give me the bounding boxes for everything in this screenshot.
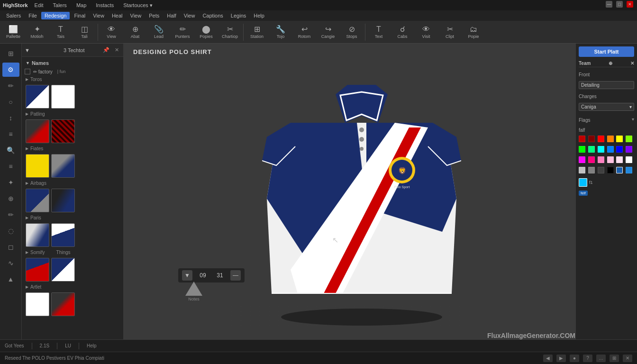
tb-view[interactable]: 👁 View [100, 22, 123, 43]
swatch-lime[interactable] [626, 136, 632, 142]
li-curve[interactable]: ∿ [2, 256, 19, 270]
menu-legins[interactable]: Legins [228, 12, 249, 19]
factory-vis[interactable] [25, 69, 30, 74]
thumb-polo-red2[interactable] [51, 292, 75, 316]
li-settings[interactable]: ⚙ [2, 63, 19, 77]
section-artlet[interactable]: ▶ Artlet [22, 283, 123, 291]
nav-btn-help[interactable]: ? [583, 355, 592, 362]
section-paris[interactable]: ▶ Paris [22, 214, 123, 221]
swatch-blue[interactable] [616, 146, 623, 153]
li-grid[interactable]: ⊞ [2, 46, 19, 61]
li-draw[interactable]: ✏ [2, 79, 19, 93]
rp-team-add[interactable]: ⊕ [609, 61, 612, 66]
li-add[interactable]: ⊕ [2, 191, 19, 206]
tb-menu-map[interactable]: Map [74, 1, 88, 9]
swatch-orange[interactable] [607, 136, 614, 142]
tb-menu-edit[interactable]: Edit [33, 1, 46, 9]
tb-text[interactable]: T Text [367, 22, 390, 43]
li-rect[interactable]: ◻ [2, 240, 19, 254]
tb-tali[interactable]: ◫ Tali [73, 22, 96, 43]
section-airbags[interactable]: ▶ Airbags [22, 180, 123, 187]
menu-file[interactable]: File [25, 12, 40, 19]
swatch-lightpink[interactable] [607, 156, 614, 163]
sb-help[interactable]: Help [87, 343, 97, 348]
tb-lead[interactable]: 📎 Lead [147, 22, 170, 43]
thumb-polo-white2[interactable] [26, 292, 49, 316]
menu-redesign[interactable]: Redesign [41, 12, 70, 19]
thumb-polo-sash2[interactable] [26, 258, 49, 282]
swatch-maroon[interactable] [588, 136, 595, 142]
thumb-polo-sash[interactable] [51, 223, 75, 247]
tb-pallette[interactable]: ⬜ Pallette [2, 22, 25, 43]
maximize-btn[interactable]: □ [616, 1, 623, 8]
swatch-skyblue[interactable] [607, 146, 614, 153]
nav-btn-close[interactable]: ✕ [623, 355, 632, 362]
rp-team-close[interactable]: ✕ [630, 61, 634, 66]
swatch-pink[interactable] [598, 156, 604, 163]
tb-stops[interactable]: ⊘ Stops [340, 22, 363, 43]
li-pen[interactable]: ✏ [2, 208, 19, 222]
menu-salers[interactable]: Salers [3, 12, 24, 19]
rp-flags-arrow[interactable]: ▾ [632, 117, 634, 122]
section-fiates[interactable]: ▶ Fiates [22, 145, 123, 152]
swatch-magenta[interactable] [579, 156, 585, 163]
nav-btn-grid[interactable]: ⊞ [610, 355, 619, 362]
thumb-polo-white[interactable] [51, 85, 75, 109]
swatch-darkred[interactable] [579, 136, 585, 142]
tb-chartiop[interactable]: ✂ Chartiop [218, 22, 241, 43]
thumb-polo-navy2[interactable] [51, 258, 75, 282]
li-layers[interactable]: ≡ [2, 127, 19, 141]
swatch-black[interactable] [607, 167, 614, 173]
swatch-purple[interactable] [626, 146, 632, 153]
ctrl-minus[interactable]: — [230, 270, 241, 281]
nav-btn-record[interactable]: ● [570, 355, 579, 362]
close-btn[interactable]: ✕ [627, 1, 633, 8]
section-toros[interactable]: ▶ Toros [22, 76, 123, 83]
menu-view1[interactable]: View [90, 12, 108, 19]
nav-btn-next[interactable]: ▶ [556, 355, 566, 362]
thumb-polo-yellow[interactable] [26, 154, 49, 178]
swatch-silver[interactable] [579, 167, 585, 173]
thumb-polo-navy[interactable] [26, 85, 49, 109]
layers-close-btn[interactable]: ✕ [113, 46, 120, 54]
tb-station[interactable]: ⊞ Station [246, 22, 268, 43]
tb-cangie[interactable]: ↪ Cangie [317, 22, 339, 43]
li-circle[interactable]: ○ [2, 95, 19, 109]
tb-clipt[interactable]: ✂ Clipt [438, 22, 461, 43]
tb-popies[interactable]: ⬤ Popies [195, 22, 218, 43]
rp-charges-dropdown[interactable]: Caniga ▾ [579, 103, 634, 111]
swatch-cyan[interactable] [598, 146, 604, 153]
li-menu[interactable]: ≡ [2, 159, 19, 173]
li-select[interactable]: ◌ [2, 224, 19, 238]
tb-tojo[interactable]: 🔧 Tojo [269, 22, 292, 43]
tb-rotom[interactable]: ↩ Rotom [293, 22, 316, 43]
menu-final[interactable]: Final [71, 12, 89, 19]
menu-view3[interactable]: View [181, 12, 199, 19]
flag-chip-1[interactable]: felf [579, 191, 588, 196]
li-resize[interactable]: ↕ [2, 111, 19, 125]
tb-punters[interactable]: ✏ Punters [171, 22, 194, 43]
li-effects[interactable]: ✦ [2, 175, 19, 190]
swatch-red[interactable] [598, 136, 604, 142]
section-names[interactable]: ▼ Names [22, 59, 123, 67]
tb-visit[interactable]: 👁 Visit [415, 22, 437, 43]
swatch-cornblue[interactable] [626, 167, 632, 173]
thumb-polo-stripe[interactable] [51, 154, 75, 178]
tb-menu-instacts[interactable]: Instacts [94, 1, 116, 9]
swatch-green[interactable] [579, 146, 585, 153]
tb-motioh[interactable]: ✦ Motioh [26, 22, 48, 43]
swatch-darkgray[interactable] [598, 167, 604, 173]
tb-cabs[interactable]: ☌ Cabs [391, 22, 414, 43]
thumb-polo-red[interactable] [26, 119, 49, 143]
swatch-mint[interactable] [588, 146, 595, 153]
layers-pin-btn[interactable]: 📌 [102, 46, 110, 54]
li-zoom[interactable]: 🔍 [2, 143, 19, 157]
menu-help[interactable]: Help [250, 12, 268, 19]
tb-menu-talers[interactable]: Talers [51, 1, 69, 9]
swatch-palerose[interactable] [616, 156, 623, 163]
minimize-btn[interactable]: — [606, 1, 612, 8]
thumb-polo-dark[interactable] [51, 189, 75, 212]
menu-view2[interactable]: View [127, 12, 145, 19]
rp-front-input[interactable]: Detailing [579, 81, 634, 89]
nav-btn-prev[interactable]: ◀ [543, 355, 553, 362]
